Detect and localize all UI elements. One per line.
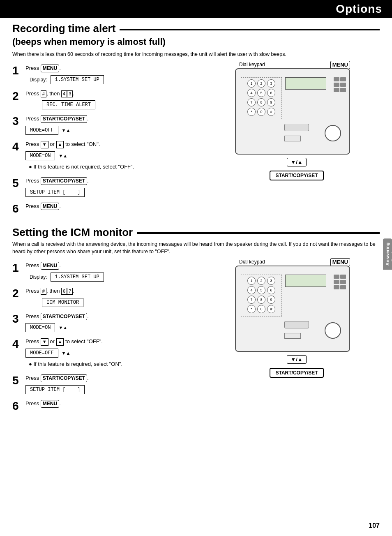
- up-btn-s2s4[interactable]: ▲: [56, 338, 64, 345]
- section2-step3: 3 Press START/COPY/SET. MODE=ON ▼▲: [12, 312, 210, 334]
- section1-desc: When there is less than 60 seconds of re…: [12, 51, 380, 58]
- section1-step3: 3 Press START/COPY/SET. MODE=OFF ▼▲: [12, 115, 210, 136]
- page-header: Options: [0, 0, 392, 18]
- page-title: Options: [336, 2, 382, 15]
- menu-btn-s1s6[interactable]: MENU: [41, 203, 59, 210]
- section1-subtitle: (beeps when memory is almost full): [12, 37, 380, 47]
- section2-step4: 4 Press ▼ or ▲ to select "OFF". MODE=OFF…: [12, 337, 210, 370]
- hash-btn-s2[interactable]: #: [41, 288, 46, 295]
- section1-title-line: [120, 29, 380, 30]
- display-s1s4: MODE=ON: [25, 151, 55, 160]
- section2-diagram: Dial keypad MENU 1 2 3 4 5: [214, 261, 380, 416]
- section1-step4: 4 Press ▼ or ▲ to select "ON". MODE=ON ▼…: [12, 140, 210, 173]
- hash-btn-s1[interactable]: #: [41, 90, 46, 97]
- display-s2s3: MODE=ON: [25, 323, 55, 332]
- section2-title-bar: Setting the ICM monitor: [12, 226, 380, 239]
- key7-btn[interactable]: 7: [67, 288, 73, 295]
- section2-steps: 1 Press MENU. Display: 1.SYSTEM SET UP 2…: [12, 261, 210, 416]
- section1-diagram: Dial keypad MENU 1 2 3 4 5: [214, 64, 380, 219]
- sidebar-tab-label: AnsweringDevice: [385, 243, 392, 266]
- section1-step6: 6 Press MENU.: [12, 202, 210, 215]
- nav-indicator-s2: ▼/▲: [287, 355, 306, 364]
- section1-steps: 1 Press MENU. Display: 1.SYSTEM SET UP 2…: [12, 64, 210, 219]
- section2-columns: 1 Press MENU. Display: 1.SYSTEM SET UP 2…: [12, 261, 380, 416]
- device-right-btns-s2: [334, 275, 346, 289]
- display-s1s5: SETUP ITEM [ ]: [25, 188, 85, 197]
- section1-title: Recording time alert: [12, 22, 115, 35]
- section2-step1: 1 Press MENU. Display: 1.SYSTEM SET UP: [12, 261, 210, 283]
- key6-btn[interactable]: 6: [61, 288, 67, 295]
- section2-step5: 5 Press START/COPY/SET. SETUP ITEM [ ]: [12, 374, 210, 395]
- sidebar-tab: AnsweringDevice: [383, 238, 392, 270]
- nav-circle-s2: [325, 322, 341, 339]
- display-s2s2: ICM MONITOR: [42, 298, 83, 307]
- section1-step5: 5 Press START/COPY/SET. SETUP ITEM [ ]: [12, 177, 210, 198]
- device-screen-s1: [285, 77, 326, 90]
- menu-btn-s2s6[interactable]: MENU: [41, 400, 59, 408]
- up-btn-s1s4[interactable]: ▲: [56, 141, 64, 148]
- section2-step2: 2 Press #, then 67. ICM MONITOR: [12, 287, 210, 308]
- nav-indicator-s1: ▼/▲: [287, 158, 306, 166]
- section1-title-bar: Recording time alert: [12, 22, 380, 35]
- section2-title-line: [137, 232, 380, 234]
- display-s2s1: 1.SYSTEM SET UP: [51, 273, 104, 282]
- key4-btn[interactable]: 4: [61, 90, 67, 97]
- section2-title: Setting the ICM monitor: [12, 226, 133, 239]
- device-right-btns-s1: [334, 77, 346, 92]
- startcopyset-btn-s1s5[interactable]: START/COPY/SET: [41, 177, 87, 185]
- device-screen-s2: [285, 275, 326, 287]
- section2-desc: When a call is received with the answeri…: [12, 240, 380, 256]
- device-diagram-s1: Dial keypad MENU 1 2 3 4 5: [235, 68, 358, 167]
- device-body-s2: 1 2 3 4 5 6 7 8 9: [235, 266, 350, 352]
- section1-bullet: ● If this feature is not required, selec…: [29, 163, 210, 171]
- nav-circle-s1: [325, 125, 341, 141]
- display-s1s1: 1.SYSTEM SET UP: [51, 75, 104, 84]
- section1-columns: 1 Press MENU. Display: 1.SYSTEM SET UP 2…: [12, 64, 380, 219]
- page-number: 107: [369, 522, 380, 529]
- dial-keypad-label-s2: Dial keypad: [239, 259, 265, 265]
- key3-btn[interactable]: 3: [67, 90, 73, 97]
- device-diagram-s2: Dial keypad MENU 1 2 3 4 5: [235, 266, 358, 364]
- dial-keypad-label-s1: Dial keypad: [239, 62, 265, 67]
- menu-label-s1: MENU: [330, 61, 350, 69]
- section1-step1: 1 Press MENU. Display: 1.SYSTEM SET UP: [12, 64, 210, 85]
- keypad-area-s2: 1 2 3 4 5 6 7 8 9: [241, 275, 282, 317]
- section2-bullet: ● If this feature is required, select "O…: [29, 360, 210, 369]
- keypad-area-s1: 1 2 3 4 5 6 7 8 9: [241, 77, 282, 119]
- device-body-s1: 1 2 3 4 5 6 7 8 9: [235, 68, 350, 155]
- startcopyset-btn-s2s3[interactable]: START/COPY/SET: [41, 313, 87, 321]
- display-s2s5: SETUP ITEM [ ]: [25, 385, 85, 394]
- startcopyset-btn-s1s3[interactable]: START/COPY/SET: [41, 115, 87, 123]
- startcopyset-label-s2: START/COPY/SET: [270, 368, 323, 378]
- page-content: Recording time alert (beeps when memory …: [0, 18, 392, 424]
- section1-step2: 2 Press #, then 43. REC. TIME ALERT: [12, 90, 210, 111]
- section2-step6: 6 Press MENU.: [12, 400, 210, 412]
- startcopyset-btn-s2s5[interactable]: START/COPY/SET: [41, 374, 87, 382]
- display-s1s2: REC. TIME ALERT: [42, 100, 95, 109]
- menu-button-s2s1[interactable]: MENU: [41, 262, 59, 270]
- menu-button-s1s1[interactable]: MENU: [41, 65, 59, 72]
- display-s2s4: MODE=OFF: [25, 349, 58, 358]
- startcopyset-label-s1: START/COPY/SET: [270, 171, 323, 180]
- display-s1s3: MODE=OFF: [25, 126, 58, 135]
- down-btn-s1s4[interactable]: ▼: [41, 141, 48, 148]
- down-btn-s2s4[interactable]: ▼: [41, 338, 48, 345]
